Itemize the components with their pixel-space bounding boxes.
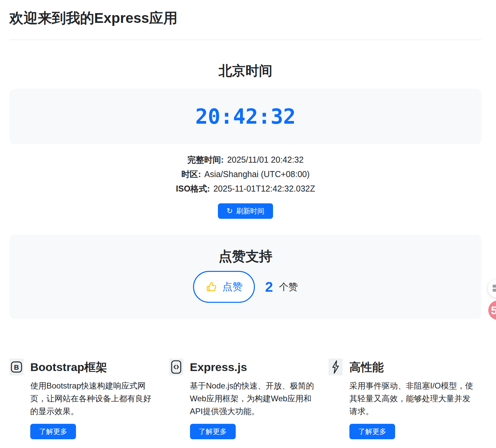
like-button-label: 点赞 [222, 280, 242, 294]
svg-text:B: B [14, 363, 19, 371]
like-row: 点赞 2 个赞 [9, 271, 482, 303]
feature-card-express: Express.js 基于Node.js的快速、开放、极简的Web应用框架，为构… [169, 359, 322, 439]
iso-value: 2025-11-01T12:42:32.032Z [213, 184, 315, 193]
features-row: B Bootstrap框架 使用Bootstrap快速构建响应式网页，让网站在各… [9, 359, 482, 439]
page-title: 欢迎来到我的Express应用 [9, 9, 482, 28]
extension-badge-glyph: 5 [491, 304, 496, 316]
feature-description: 使用Bootstrap快速构建响应式网页，让网站在各种设备上都有良好的显示效果。 [30, 379, 155, 418]
full-time-label: 完整时间: [187, 155, 224, 164]
code-icon [169, 359, 183, 375]
clock-panel: 20:42:32 [9, 89, 482, 144]
feature-title: Bootstrap框架 [30, 359, 107, 375]
feature-head: 高性能 [329, 359, 482, 375]
timezone-line: 时区:Asia/Shanghai (UTC+08:00) [9, 167, 482, 181]
refresh-button-label: 刷新时间 [236, 207, 264, 215]
feature-title: Express.js [190, 359, 247, 375]
iso-label: ISO格式: [176, 184, 210, 193]
header-divider [9, 40, 482, 40]
bootstrap-icon: B [9, 359, 24, 375]
time-details: 完整时间:2025/11/01 20:42:32 时区:Asia/Shangha… [9, 153, 482, 196]
iso-line: ISO格式:2025-11-01T12:42:32.032Z [9, 181, 482, 196]
refresh-button-row: ↻ 刷新时间 [9, 203, 482, 219]
feature-description: 基于Node.js的快速、开放、极简的Web应用框架，为构建Web应用和API提… [190, 379, 314, 418]
lightning-icon [329, 359, 343, 375]
feature-description: 采用事件驱动、非阻塞I/O模型，使其轻量又高效，能够处理大量并发请求。 [349, 379, 474, 418]
like-count: 2 [265, 279, 273, 295]
clock-section: 北京时间 20:42:32 完整时间:2025/11/01 20:42:32 时… [9, 62, 482, 219]
refresh-icon: ↻ [227, 207, 233, 215]
timezone-value: Asia/Shanghai (UTC+08:00) [204, 169, 309, 179]
feature-body: 采用事件驱动、非阻塞I/O模型，使其轻量又高效，能够处理大量并发请求。 了解更多 [349, 379, 482, 439]
like-button[interactable]: 点赞 [193, 271, 255, 303]
feature-title: 高性能 [349, 359, 384, 375]
clock-heading: 北京时间 [9, 62, 482, 80]
feature-body: 使用Bootstrap快速构建响应式网页，让网站在各种设备上都有良好的显示效果。… [30, 379, 162, 439]
learn-more-button-bootstrap[interactable]: 了解更多 [30, 424, 76, 439]
feature-body: 基于Node.js的快速、开放、极简的Web应用框架，为构建Web应用和API提… [190, 379, 322, 439]
like-heading: 点赞支持 [9, 247, 482, 266]
full-time-value: 2025/11/01 20:42:32 [227, 155, 304, 164]
learn-more-button-express[interactable]: 了解更多 [190, 424, 236, 439]
feature-head: Express.js [169, 359, 322, 375]
like-count-suffix: 个赞 [279, 281, 298, 293]
window-icon [493, 285, 496, 292]
timezone-label: 时区: [181, 169, 201, 179]
refresh-time-button[interactable]: ↻ 刷新时间 [218, 203, 273, 219]
full-time-line: 完整时间:2025/11/01 20:42:32 [9, 153, 482, 167]
page-container: 欢迎来到我的Express应用 北京时间 20:42:32 完整时间:2025/… [9, 9, 482, 439]
thumbs-up-icon [205, 281, 218, 293]
learn-more-button-performance[interactable]: 了解更多 [349, 424, 395, 439]
like-section: 点赞支持 点赞 2 个赞 [9, 235, 482, 319]
floating-sidebar-button[interactable] [488, 279, 496, 298]
floating-extension-button[interactable]: 5 [488, 300, 496, 320]
feature-card-performance: 高性能 采用事件驱动、非阻塞I/O模型，使其轻量又高效，能够处理大量并发请求。 … [329, 359, 482, 439]
clock-time-display: 20:42:32 [195, 104, 296, 129]
feature-head: B Bootstrap框架 [9, 359, 162, 375]
feature-card-bootstrap: B Bootstrap框架 使用Bootstrap快速构建响应式网页，让网站在各… [9, 359, 162, 439]
